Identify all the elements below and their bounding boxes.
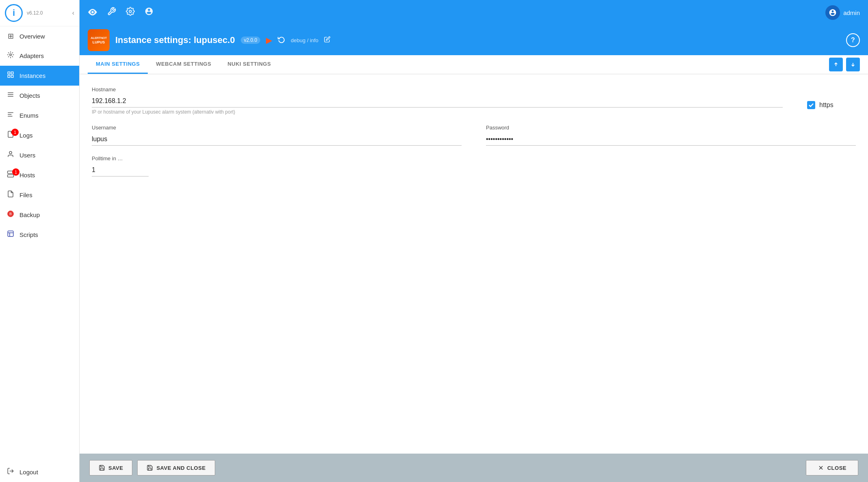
hostname-hint: IP or hostname of your Lupusec alarm sys… — [92, 109, 783, 115]
logs-badge: 1 — [11, 129, 19, 136]
sidebar-label-overview: Overview — [19, 33, 45, 40]
close-button-label: CLOSE — [827, 465, 846, 471]
files-icon — [6, 190, 15, 200]
https-label: https — [819, 101, 833, 109]
sidebar-label-enums: Enums — [19, 112, 39, 119]
svg-point-22 — [129, 10, 132, 13]
sidebar-item-adapters[interactable]: Adapters — [0, 46, 79, 66]
save-and-close-button[interactable]: SAVE AND CLOSE — [137, 460, 215, 476]
topbar: admin — [80, 0, 868, 25]
save-button[interactable]: SAVE — [89, 460, 132, 476]
close-button[interactable]: CLOSE — [806, 460, 858, 476]
topbar-eye-icon[interactable] — [88, 7, 97, 18]
sidebar-label-hosts: Hosts — [19, 172, 35, 179]
sidebar-label-adapters: Adapters — [19, 52, 44, 59]
sidebar-label-logout: Logout — [19, 469, 38, 476]
topbar-head-icon[interactable] — [145, 7, 153, 18]
svg-rect-1 — [8, 72, 10, 74]
topbar-wrench-icon[interactable] — [107, 7, 116, 18]
sidebar-label-backup: Backup — [19, 211, 40, 218]
instance-edit-button[interactable] — [324, 36, 330, 44]
instance-title: Instance settings: lupusec.0 — [115, 35, 235, 45]
username-label: Username — [92, 125, 462, 131]
svg-rect-4 — [11, 75, 13, 77]
sidebar-item-users[interactable]: Users — [0, 145, 79, 165]
adapters-icon — [6, 51, 15, 60]
instances-icon — [6, 71, 15, 80]
instance-header: ALERTNOT LUPUS Instance settings: lupuse… — [80, 25, 868, 55]
svg-rect-2 — [11, 72, 13, 74]
form-area: Hostname IP or hostname of your Lupusec … — [80, 74, 868, 454]
user-name: admin — [843, 9, 860, 16]
topbar-user: admin — [825, 5, 860, 20]
svg-point-11 — [9, 151, 12, 154]
username-group: Username — [92, 125, 462, 146]
app-version: v6.12.0 — [27, 10, 43, 16]
sidebar-label-files: Files — [19, 192, 32, 198]
sidebar-label-scripts: Scripts — [19, 231, 38, 238]
topbar-gear-icon[interactable] — [126, 7, 135, 18]
bottom-bar: SAVE SAVE AND CLOSE CLOSE — [80, 454, 868, 482]
svg-text:B: B — [9, 212, 12, 216]
scripts-icon — [6, 230, 15, 239]
objects-icon — [6, 91, 15, 100]
sidebar-item-logout[interactable]: Logout — [0, 462, 79, 482]
sidebar-item-logs[interactable]: 1 Logs — [0, 125, 79, 145]
password-label: Password — [486, 125, 856, 131]
password-group: Password — [486, 125, 856, 146]
sidebar: i v6.12.0 ‹ ⊞ Overview Adapters Instance… — [0, 0, 80, 482]
sidebar-item-objects[interactable]: Objects — [0, 86, 79, 105]
https-checkbox-row: https — [807, 101, 856, 109]
sidebar-item-files[interactable]: Files — [0, 185, 79, 205]
instance-refresh-button[interactable] — [278, 36, 285, 45]
credentials-row: Username Password — [92, 125, 856, 146]
tab-main-settings[interactable]: MAIN SETTINGS — [88, 55, 148, 74]
hostname-label: Hostname — [92, 86, 783, 93]
download-button[interactable] — [846, 58, 860, 71]
polltime-input[interactable] — [92, 164, 149, 176]
instance-play-button[interactable]: ▶ — [266, 35, 272, 45]
password-input[interactable] — [486, 133, 856, 146]
svg-point-0 — [10, 54, 12, 56]
users-icon — [6, 151, 15, 160]
collapse-sidebar-button[interactable]: ‹ — [72, 9, 74, 17]
sidebar-label-objects: Objects — [19, 92, 40, 99]
hostname-input[interactable] — [92, 95, 783, 108]
help-button[interactable]: ? — [846, 33, 860, 47]
hostname-group: Hostname IP or hostname of your Lupusec … — [92, 86, 783, 115]
content-area: ALERTNOT LUPUS Instance settings: lupuse… — [80, 25, 868, 482]
sidebar-item-enums[interactable]: Enums — [0, 105, 79, 125]
enums-icon — [6, 111, 15, 120]
polltime-label: Polltime in … — [92, 155, 149, 161]
save-button-label: SAVE — [108, 465, 123, 471]
sidebar-item-instances[interactable]: Instances — [0, 66, 79, 86]
polltime-row: Polltime in … — [92, 155, 856, 176]
tab-nuki-settings[interactable]: NUKI SETTINGS — [219, 55, 279, 74]
user-avatar — [825, 5, 840, 20]
tabs-bar: MAIN SETTINGS WEBCAM SETTINGS NUKI SETTI… — [80, 55, 868, 74]
sidebar-header: i v6.12.0 ‹ — [0, 0, 79, 26]
app-logo: i — [5, 4, 23, 22]
sidebar-item-backup[interactable]: B Backup — [0, 205, 79, 225]
hosts-badge: 1 — [12, 168, 19, 176]
instance-version: v2.0.0 — [241, 37, 261, 44]
instance-debug-label: debug / info — [291, 37, 318, 43]
main-panel: admin ALERTNOT LUPUS Instance settings: … — [80, 0, 868, 482]
svg-rect-3 — [8, 75, 10, 77]
backup-icon: B — [6, 210, 15, 219]
username-input[interactable] — [92, 133, 462, 146]
save-and-close-button-label: SAVE AND CLOSE — [156, 465, 205, 471]
sidebar-label-logs: Logs — [19, 132, 33, 139]
sidebar-label-users: Users — [19, 152, 35, 159]
https-checkbox[interactable] — [807, 101, 815, 109]
sidebar-item-overview[interactable]: ⊞ Overview — [0, 26, 79, 46]
tabs-actions — [829, 58, 860, 71]
sidebar-item-hosts[interactable]: 1 Hosts — [0, 165, 79, 185]
svg-rect-13 — [8, 175, 14, 177]
overview-icon: ⊞ — [6, 32, 15, 41]
hostname-row: Hostname IP or hostname of your Lupusec … — [92, 86, 856, 115]
upload-button[interactable] — [829, 58, 843, 71]
tab-webcam-settings[interactable]: WEBCAM SETTINGS — [148, 55, 219, 74]
sidebar-label-instances: Instances — [19, 72, 45, 79]
sidebar-item-scripts[interactable]: Scripts — [0, 225, 79, 245]
